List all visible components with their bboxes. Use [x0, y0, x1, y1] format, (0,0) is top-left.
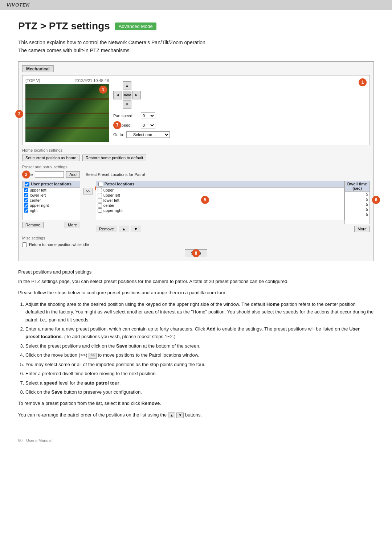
annotation-remove-note: To remove a preset position from the lis… — [18, 399, 374, 407]
pan-speed-label: Pan speed: — [113, 114, 139, 118]
goto-row: Go to: — Select one — — [113, 131, 367, 138]
set-home-button[interactable]: Set current position as home — [22, 155, 79, 161]
intro-text: This section explains how to control the… — [18, 38, 374, 55]
dir-btn-right[interactable]: ► — [132, 91, 141, 99]
page-title-container: PTZ > PTZ settings Advanced Mode — [18, 20, 374, 32]
patrol-down-button[interactable]: ▼ — [131, 226, 141, 232]
ui-panel: Mechanical (TOP-V) 2012/9/21 10:48:48 1 — [18, 61, 374, 261]
dwell-item: 5 — [345, 212, 369, 217]
tab-mechanical[interactable]: Mechanical — [22, 65, 54, 72]
dir-btn-empty-bl — [113, 100, 122, 109]
patrol-more-button[interactable]: More — [354, 226, 370, 232]
user-preset-checkbox[interactable] — [25, 182, 29, 186]
locations-container: User preset locations upper left lower l… — [22, 181, 370, 232]
list-item: lower left — [96, 198, 344, 203]
main-content: PTZ > PTZ settings Advanced Mode This se… — [0, 10, 392, 432]
preset-checkbox-upper-right[interactable] — [24, 203, 28, 208]
inline-down-icon: ▼ — [176, 413, 184, 418]
annotation-steps-list: Adjust the shooting area to the desired … — [18, 300, 374, 396]
preset-checkbox-center[interactable] — [24, 198, 28, 202]
preset-bottom-buttons: Remove More — [22, 222, 80, 228]
advanced-mode-badge: Advanced Mode — [115, 22, 156, 30]
move-button[interactable]: >> — [83, 188, 93, 194]
annotation-step-6: Enter a preferred dwell time before movi… — [25, 370, 374, 377]
list-item: right — [23, 208, 80, 213]
patrol-checkbox-upper[interactable] — [98, 188, 102, 192]
inline-up-icon: ▲ — [168, 413, 175, 418]
list-item: upper right — [23, 203, 80, 208]
panel-body: (TOP-V) 2012/9/21 10:48:48 1 3 — [22, 75, 370, 145]
annotation-step-7: Select a speed level for the auto patrol… — [25, 379, 374, 387]
inline-move-icon: >> — [89, 353, 97, 359]
name-input[interactable] — [35, 171, 64, 178]
misc-idle-label: Return to home position while idle — [29, 242, 89, 247]
camera-image: 1 — [25, 84, 109, 142]
dir-btn-up[interactable]: ▲ — [123, 81, 131, 90]
patrol-remove-button[interactable]: Remove — [96, 226, 117, 232]
step-badge-8: 8 — [192, 249, 200, 257]
misc-section: Misc settings Return to home position wh… — [22, 236, 370, 247]
list-item: center — [23, 198, 80, 203]
annotation-step-5: You may select some or all of the import… — [25, 361, 374, 368]
preset-patrol-section: Preset and patrol settings Name Add 2 Se… — [22, 165, 370, 232]
move-btn-container: >> 4 — [83, 181, 93, 194]
patrol-checkbox-upper-right[interactable] — [98, 208, 102, 213]
camera-view: (TOP-V) 2012/9/21 10:48:48 1 3 — [25, 78, 109, 142]
preset-patrol-title: Preset and patrol settings — [22, 165, 370, 169]
patrol-panel: Patrol locations upper upper left — [96, 181, 370, 232]
patrol-list: upper upper left lower left — [96, 188, 344, 220]
goto-select[interactable]: — Select one — — [126, 131, 170, 138]
controls-right: 1 ▲ ◄ Home ► ▼ — [113, 78, 367, 142]
list-item: lower left — [23, 193, 80, 198]
dwell-item: 5 5 — [345, 192, 369, 197]
preset-checkbox-lower-left[interactable] — [24, 193, 28, 197]
dir-btn-home[interactable]: Home — [123, 91, 131, 99]
patrol-header-checkbox[interactable] — [98, 182, 103, 186]
add-button[interactable]: Add — [66, 171, 80, 178]
patrol-checkbox-lower-left[interactable] — [98, 198, 102, 202]
annotation-step-2: Enter a name for a new preset position, … — [25, 325, 374, 341]
camera-timestamp: 2012/9/21 10:48:48 — [74, 78, 109, 83]
footer: 80 - User's Manual — [0, 432, 392, 448]
pan-speed-select[interactable]: 0123 — [141, 112, 155, 119]
tilt-speed-row: Tilt speed: 0123 7 — [113, 122, 367, 128]
camera-top-bar: (TOP-V) 2012/9/21 10:48:48 — [25, 78, 109, 83]
dwell-item: 5 — [345, 197, 369, 202]
list-item: upper right — [96, 208, 344, 213]
preset-checkbox-upper-left[interactable] — [24, 188, 28, 192]
tilt-speed-select[interactable]: 0123 — [141, 122, 155, 128]
dir-btn-empty-tl — [113, 81, 122, 90]
home-buttons: Set current position as home Restore hom… — [22, 155, 370, 161]
user-preset-panel: User preset locations upper left lower l… — [22, 181, 80, 228]
dwell-list: 5 5 5 5 5 5 — [344, 192, 370, 224]
annotation-step-3: Select the preset positions and click on… — [25, 342, 374, 350]
more-preset-button[interactable]: More — [65, 222, 80, 228]
remove-preset-button[interactable]: Remove — [22, 222, 44, 228]
step-badge-3: 3 — [15, 110, 23, 118]
preset-checkbox-right[interactable] — [24, 208, 28, 213]
misc-idle-checkbox[interactable] — [22, 242, 27, 247]
annotation-rearrange-note: You can re-arrange the patrol order of t… — [18, 411, 374, 419]
misc-title: Misc settings — [22, 236, 370, 240]
patrol-up-button[interactable]: ▲ — [119, 226, 129, 232]
patrol-checkbox-center[interactable] — [98, 203, 102, 208]
page-title: PTZ > PTZ settings — [18, 20, 110, 32]
direction-buttons: ▲ ◄ Home ► ▼ — [113, 81, 141, 109]
restore-home-button[interactable]: Restore home position to default — [82, 155, 146, 161]
dir-btn-empty-tr — [132, 81, 141, 90]
goto-label: Go to: — [113, 132, 124, 137]
list-item: upper — [96, 188, 344, 193]
save-area: 8 Save — [22, 249, 370, 257]
misc-row: Return to home position while idle — [22, 242, 370, 247]
home-location-section: Home location settings Set current posit… — [22, 148, 370, 161]
patrol-checkbox-upper-left[interactable] — [98, 193, 102, 197]
preset-name-row: Name Add 2 Select Preset Locations for P… — [22, 171, 370, 178]
brand-logo: VIVOTEK — [7, 2, 30, 8]
step-badge-1-controls: 1 — [359, 78, 367, 86]
dir-btn-down[interactable]: ▼ — [123, 100, 131, 109]
dir-btn-empty-br — [132, 100, 141, 109]
annotation-follow-text: Please follow the steps below to configu… — [18, 289, 374, 296]
camera-label: (TOP-V) — [25, 78, 40, 83]
tab-bar: Mechanical — [22, 65, 370, 72]
dir-btn-left[interactable]: ◄ — [113, 91, 122, 99]
